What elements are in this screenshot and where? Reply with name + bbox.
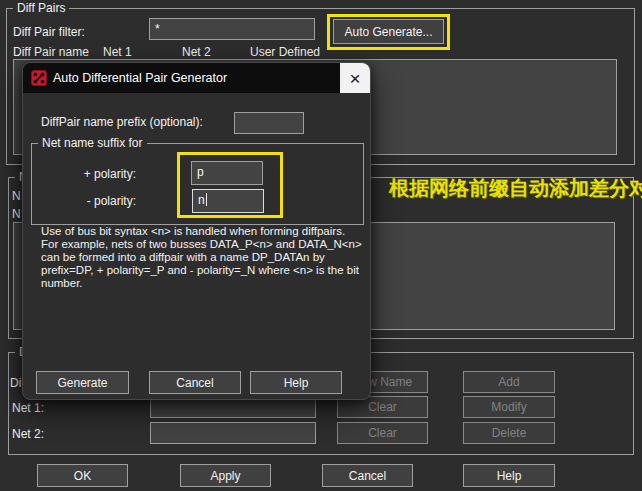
diff-pair-filter-input[interactable]: * <box>149 18 315 40</box>
column-header-net2: Net 2 <box>182 45 211 59</box>
chinese-annotation: 根据网络前缀自动添加差分对 <box>389 175 642 201</box>
differential-pairs-window: Diff Pairs Diff Pair filter: * Auto Gene… <box>0 0 642 491</box>
auto-generate-highlight-box <box>327 14 450 50</box>
description-line: For example, nets of two busses DATA_P<n… <box>41 238 362 251</box>
minus-polarity-label: - polarity: <box>63 194 136 208</box>
generate-button[interactable]: Generate <box>36 371 129 394</box>
prefix-input[interactable] <box>234 112 304 134</box>
polarity-highlight-box <box>177 152 283 218</box>
prefix-label: DiffPair name prefix (optional): <box>41 115 203 129</box>
diff-pair-filter-label: Diff Pair filter: <box>13 25 85 39</box>
description-line: number. <box>41 277 362 290</box>
net2-label: Net 2: <box>12 427 44 441</box>
help-button[interactable]: Help <box>463 464 555 487</box>
description-line: can be formed into a diffpair with a nam… <box>41 251 362 264</box>
column-header-user-defined: User Defined <box>250 45 320 59</box>
nets-list-label: N <box>12 207 21 221</box>
dialog-close-icon[interactable]: × <box>340 63 370 93</box>
description-line: Use of bus bit syntax <n> is handled whe… <box>41 225 362 238</box>
description-line: prefix=DP, + polarity=_P and - polarity=… <box>41 264 362 277</box>
plus-polarity-label: + polarity: <box>63 167 136 181</box>
column-header-diff-pair-name: Diff Pair name <box>13 45 89 59</box>
apply-button[interactable]: Apply <box>180 464 271 487</box>
diff-pairs-group-title: Diff Pairs <box>13 1 69 15</box>
bus-bit-description: Use of bus bit syntax <n> is handled whe… <box>41 225 362 290</box>
modify-button[interactable]: Modify <box>463 396 555 418</box>
diff-pair-filter-value: * <box>155 22 160 36</box>
diff-pair-name-label: Di <box>10 376 21 390</box>
dialog-cancel-button[interactable]: Cancel <box>149 371 241 394</box>
auto-diff-pair-generator-dialog: Auto Differential Pair Generator × DiffP… <box>22 62 371 400</box>
net1-label: Net 1: <box>12 401 44 415</box>
net2-input[interactable] <box>150 422 316 444</box>
delete-button[interactable]: Delete <box>463 422 555 444</box>
net-filter-label: N <box>12 189 21 203</box>
cancel-button[interactable]: Cancel <box>322 464 413 487</box>
ok-button[interactable]: OK <box>37 464 128 487</box>
dialog-title: Auto Differential Pair Generator <box>53 71 227 85</box>
dialog-titlebar[interactable]: Auto Differential Pair Generator × <box>23 63 370 93</box>
column-header-net1: Net 1 <box>103 45 132 59</box>
diff-pair-app-icon <box>31 70 47 86</box>
dialog-help-button[interactable]: Help <box>250 371 342 394</box>
suffix-group-title: Net name suffix for <box>38 136 147 150</box>
add-button[interactable]: Add <box>463 371 555 393</box>
clear-net2-button[interactable]: Clear <box>337 422 428 444</box>
